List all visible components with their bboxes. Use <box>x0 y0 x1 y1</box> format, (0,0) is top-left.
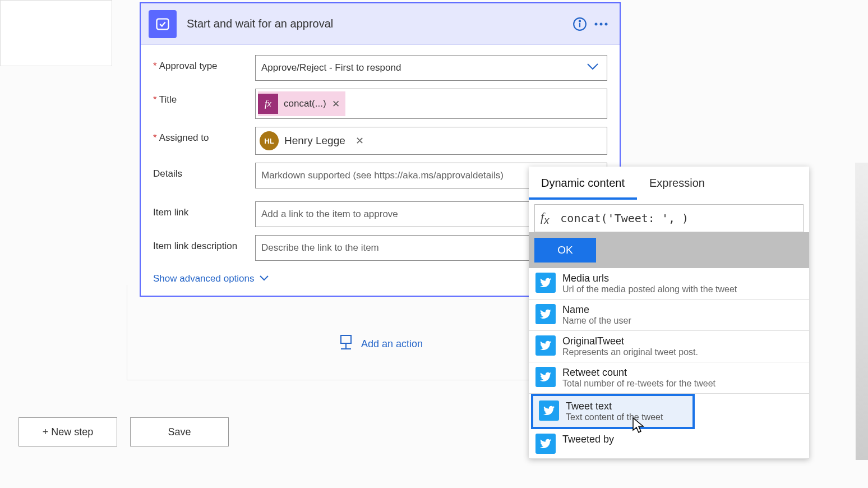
fx-icon: fx <box>258 94 278 114</box>
twitter-icon <box>535 335 556 356</box>
svg-rect-7 <box>341 335 351 343</box>
add-action-label: Add an action <box>361 338 423 350</box>
dynamic-content-item[interactable]: Media urlsUrl of the media posted along … <box>529 268 809 300</box>
dynamic-content-item[interactable]: OriginalTweetRepresents an original twee… <box>529 331 809 362</box>
row-assigned-to: Assigned to HL Henry Legge ✕ <box>153 127 607 155</box>
twitter-icon <box>535 434 556 454</box>
dynamic-content-item-title: Tweeted by <box>562 434 614 445</box>
approval-type-select[interactable]: Approve/Reject - First to respond <box>255 55 607 81</box>
expression-token[interactable]: fx concat(...) ✕ <box>258 91 345 116</box>
dynamic-content-flyout: Dynamic content Expression fx concat('Tw… <box>529 167 809 459</box>
dynamic-content-item-title: Media urls <box>562 273 737 284</box>
twitter-icon <box>535 367 556 387</box>
dynamic-content-item[interactable]: Tweet textText content of the tweet <box>531 394 695 429</box>
label-item-link-desc: Item link description <box>153 235 255 252</box>
expression-value: concat('Tweet: ', ) <box>560 211 689 225</box>
tab-expression[interactable]: Expression <box>637 167 717 200</box>
more-menu-icon[interactable] <box>590 13 612 35</box>
dynamic-content-list: Media urlsUrl of the media posted along … <box>529 268 809 459</box>
add-action-icon <box>339 334 353 354</box>
label-item-link: Item link <box>153 201 255 218</box>
add-action-link[interactable]: Add an action <box>339 334 423 354</box>
label-details: Details <box>153 163 255 179</box>
dynamic-content-item-desc: Url of the media posted along with the t… <box>562 284 737 294</box>
card-header[interactable]: Start and wait for an approval <box>141 3 620 45</box>
left-pane-stub <box>0 0 112 66</box>
dynamic-content-item-title: Name <box>562 304 631 316</box>
dynamic-content-item-desc: Total number of re-tweets for the tweet <box>562 379 715 389</box>
save-button[interactable]: Save <box>130 417 229 446</box>
svg-point-5 <box>600 22 603 25</box>
item-link-desc-placeholder: Describe the link to the item <box>261 242 379 254</box>
dynamic-content-item-title: Tweet text <box>566 400 663 412</box>
expression-token-label: concat(...) <box>284 98 326 109</box>
save-label: Save <box>168 426 191 438</box>
svg-rect-0 <box>157 19 169 29</box>
fx-icon: fx <box>541 210 549 227</box>
person-name: Henry Legge <box>284 135 345 147</box>
row-title: Title fx concat(...) ✕ <box>153 89 607 119</box>
row-approval-type: Approval type Approve/Reject - First to … <box>153 55 607 81</box>
dynamic-content-item-title: Retweet count <box>562 367 715 379</box>
approval-icon <box>149 10 177 38</box>
details-placeholder: Markdown supported (see https://aka.ms/a… <box>261 170 504 181</box>
dynamic-content-item-title: OriginalTweet <box>562 335 698 347</box>
ok-label: OK <box>557 244 572 256</box>
new-step-label: + New step <box>43 426 94 438</box>
dynamic-content-item-desc: Represents an original tweet post. <box>562 347 698 357</box>
twitter-icon <box>535 273 556 293</box>
ok-button[interactable]: OK <box>534 238 596 263</box>
label-title: Title <box>153 89 255 105</box>
label-assigned-to: Assigned to <box>153 127 255 144</box>
twitter-icon <box>535 304 556 324</box>
chevron-down-icon <box>259 273 269 284</box>
tab-dynamic-content[interactable]: Dynamic content <box>529 167 637 200</box>
dynamic-content-item[interactable]: Retweet countTotal number of re-tweets f… <box>529 362 809 394</box>
approval-type-value: Approve/Reject - First to respond <box>261 62 401 73</box>
dynamic-content-item-desc: Name of the user <box>562 316 631 326</box>
svg-point-6 <box>605 22 608 25</box>
chevron-down-icon <box>587 62 599 73</box>
remove-person-icon[interactable]: ✕ <box>355 135 364 147</box>
title-input[interactable]: fx concat(...) ✕ <box>255 89 607 119</box>
svg-point-3 <box>579 20 580 21</box>
advanced-options-label: Show advanced options <box>153 273 255 284</box>
twitter-icon <box>539 400 559 421</box>
dynamic-content-item[interactable]: NameName of the user <box>529 300 809 331</box>
new-step-button[interactable]: + New step <box>19 417 117 446</box>
remove-token-icon[interactable]: ✕ <box>332 98 340 110</box>
label-approval-type: Approval type <box>153 55 255 72</box>
card-title: Start and wait for an approval <box>187 17 569 30</box>
avatar: HL <box>260 131 279 150</box>
dynamic-content-item[interactable]: Tweeted by <box>529 429 809 459</box>
assigned-to-input[interactable]: HL Henry Legge ✕ <box>255 127 607 155</box>
dynamic-content-item-desc: Text content of the tweet <box>566 412 663 422</box>
item-link-placeholder: Add a link to the item to approve <box>261 209 398 220</box>
flyout-tabs: Dynamic content Expression <box>529 167 809 200</box>
person-token[interactable]: HL Henry Legge ✕ <box>258 130 370 152</box>
scrollbar[interactable] <box>856 163 868 460</box>
svg-point-4 <box>595 22 598 25</box>
info-icon[interactable] <box>569 13 590 35</box>
expression-input-row[interactable]: fx concat('Tweet: ', ) <box>534 204 804 232</box>
ok-strip: OK <box>529 232 809 268</box>
